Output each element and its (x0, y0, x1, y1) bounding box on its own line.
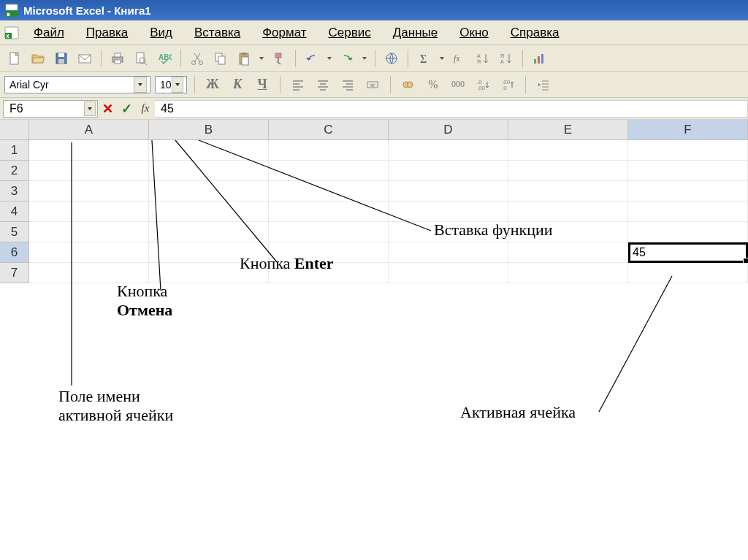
cell[interactable] (149, 181, 269, 202)
font-select[interactable]: Arial Cyr (4, 76, 150, 93)
undo-dropdown[interactable] (325, 48, 334, 69)
cell[interactable] (389, 161, 508, 181)
menu-file[interactable]: Файл (26, 23, 72, 43)
column-header[interactable]: A (29, 120, 149, 140)
row-header[interactable]: 2 (0, 161, 29, 181)
formula-input[interactable]: 45 (155, 100, 748, 118)
cell[interactable] (149, 202, 269, 222)
column-header[interactable]: D (389, 120, 508, 140)
bold-button[interactable]: Ж (202, 74, 223, 95)
menu-insert[interactable]: Вставка (187, 23, 248, 43)
menu-help[interactable]: Справка (503, 23, 567, 43)
preview-button[interactable] (131, 48, 151, 69)
italic-button[interactable]: К (227, 74, 248, 95)
cell[interactable] (269, 161, 389, 181)
menu-data[interactable]: Данные (386, 23, 445, 43)
autosum-button[interactable]: Σ (414, 48, 435, 69)
currency-button[interactable] (398, 74, 419, 95)
menu-edit[interactable]: Правка (79, 23, 135, 43)
name-box[interactable]: F6 (3, 100, 98, 118)
cell[interactable] (628, 161, 748, 181)
cell[interactable] (628, 263, 748, 283)
percent-button[interactable]: % (423, 74, 443, 95)
spellcheck-button[interactable]: ABC (154, 48, 175, 69)
email-button[interactable] (75, 48, 95, 69)
cell[interactable] (508, 202, 628, 222)
cell[interactable] (508, 161, 628, 181)
cell[interactable] (29, 181, 149, 202)
column-header[interactable]: C (269, 120, 389, 140)
hyperlink-button[interactable] (381, 48, 402, 69)
cell[interactable] (628, 181, 748, 202)
align-left-button[interactable] (288, 74, 308, 95)
cell[interactable] (389, 181, 508, 202)
redo-button[interactable] (337, 48, 357, 69)
copy-button[interactable] (210, 48, 231, 69)
cell[interactable] (508, 242, 628, 263)
column-header[interactable]: E (508, 120, 628, 140)
sort-asc-button[interactable]: АЯ (473, 48, 493, 69)
cell[interactable] (29, 140, 149, 161)
insert-function-button[interactable]: fx (136, 100, 155, 118)
cancel-button[interactable]: ✕ (98, 100, 117, 118)
thousands-button[interactable]: 000 (448, 74, 468, 95)
column-header-active[interactable]: F (628, 120, 748, 140)
cell[interactable] (508, 263, 628, 283)
align-center-button[interactable] (313, 74, 333, 95)
cell[interactable] (508, 140, 628, 161)
sort-desc-button[interactable]: ЯА (496, 48, 516, 69)
row-header[interactable]: 1 (0, 140, 29, 161)
cell[interactable] (389, 140, 508, 161)
column-header[interactable]: B (149, 120, 269, 140)
menu-window[interactable]: Окно (452, 23, 496, 43)
cell[interactable] (29, 202, 149, 222)
cut-button[interactable] (187, 48, 207, 69)
decrease-indent-button[interactable] (533, 74, 554, 95)
autosum-dropdown[interactable] (438, 48, 446, 69)
cell[interactable] (389, 263, 508, 283)
align-right-button[interactable] (337, 74, 358, 95)
increase-decimal-button[interactable]: ,0,00 (473, 74, 493, 95)
select-all-corner[interactable] (0, 120, 29, 140)
menu-format[interactable]: Формат (255, 23, 313, 43)
merge-cells-button[interactable]: a (362, 74, 383, 95)
cell[interactable] (149, 222, 269, 242)
font-size-select[interactable]: 10 (155, 76, 187, 93)
cell[interactable] (149, 140, 269, 161)
chart-button[interactable] (529, 48, 549, 69)
cell[interactable] (29, 222, 149, 242)
paste-dropdown[interactable] (257, 48, 266, 69)
row-header[interactable]: 7 (0, 263, 29, 283)
cell[interactable] (269, 140, 389, 161)
row-header-active[interactable]: 6 (0, 242, 29, 263)
cell[interactable] (628, 222, 748, 242)
cell[interactable] (269, 202, 389, 222)
cell[interactable] (389, 242, 508, 263)
menu-tools[interactable]: Сервис (321, 23, 378, 43)
fx-toolbar-button[interactable]: fx (449, 48, 470, 69)
enter-button[interactable]: ✓ (117, 100, 136, 118)
new-button[interactable] (4, 48, 25, 69)
cell[interactable] (29, 263, 149, 283)
cell-active[interactable]: 45 (628, 242, 748, 263)
undo-button[interactable] (302, 48, 322, 69)
row-header[interactable]: 4 (0, 202, 29, 222)
cell[interactable] (29, 161, 149, 181)
redo-dropdown[interactable] (360, 48, 369, 69)
cell[interactable] (628, 140, 748, 161)
cell[interactable] (269, 181, 389, 202)
cell[interactable] (149, 161, 269, 181)
open-button[interactable] (28, 48, 48, 69)
print-button[interactable] (107, 48, 128, 69)
row-header[interactable]: 3 (0, 181, 29, 202)
cell[interactable] (29, 242, 149, 263)
format-painter-button[interactable] (269, 48, 289, 69)
cell[interactable] (269, 222, 389, 242)
menu-view[interactable]: Вид (142, 23, 180, 43)
cell[interactable] (508, 181, 628, 202)
decrease-decimal-button[interactable]: ,00,0 (497, 74, 518, 95)
underline-button[interactable]: Ч (252, 74, 272, 95)
paste-button[interactable] (234, 48, 254, 69)
cell[interactable] (628, 202, 748, 222)
row-header[interactable]: 5 (0, 222, 29, 242)
